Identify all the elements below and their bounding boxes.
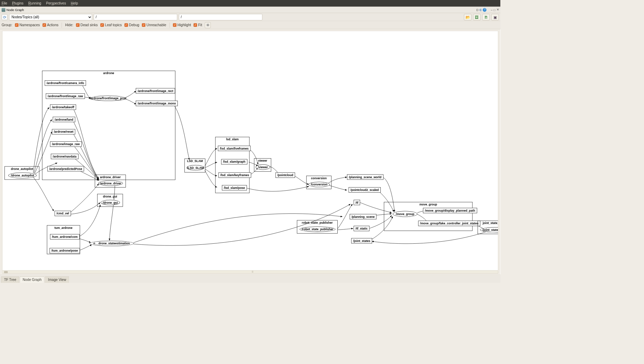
node-filter-input[interactable] (94, 14, 177, 20)
titlebar: Node Graph D C ? – □ ✕ (0, 7, 500, 13)
zoom-icon-button[interactable]: ▦ (205, 22, 211, 28)
graph-canvas[interactable]: drone_autopilot /drone_autopilot ardrone… (2, 31, 498, 270)
tab-node-graph[interactable]: Node Graph (20, 276, 44, 283)
toolbar-row-1: ⟳ Nodes/Topics (all) 📂 🖼 🖹 ▣ (0, 13, 500, 21)
close-button[interactable]: ✕ (497, 8, 499, 11)
topic-ardrone-land[interactable]: /ardrone/land (53, 117, 75, 122)
help-icon[interactable]: ? (483, 8, 487, 12)
topic-lsd-graph[interactable]: /lsd_slam/graph (221, 159, 247, 165)
menu-plugins[interactable]: Plugins (12, 1, 23, 6)
topic-planning-scene[interactable]: /planning_scene (350, 214, 377, 220)
topic-pointcloud[interactable]: /pointcloud (276, 172, 295, 178)
chk-dead-sinks[interactable]: Dead sinks (76, 23, 98, 27)
topic-tf-static[interactable]: /tf_static (354, 226, 369, 231)
window-icon (2, 8, 6, 12)
open-button[interactable]: 📂 (464, 14, 472, 20)
topic-tum-ardrone-pose[interactable]: /tum_ardrone/pose (50, 248, 80, 254)
topic-ardrone-front-image-raw[interactable]: /ardrone/front/image_raw (46, 93, 85, 99)
image-save-icon: 🖼 (475, 15, 479, 19)
tab-bar: TF Tree Node Graph Image View (0, 274, 500, 283)
max-view-button[interactable]: ▣ (491, 14, 499, 20)
node-move-group[interactable]: /move_group (393, 211, 417, 217)
menubar: File Plugins Running Perspectives Help (0, 0, 500, 7)
topic-ardrone-reset[interactable]: /ardrone/reset (52, 129, 75, 135)
node-drone-autopilot[interactable]: /drone_autopilot (8, 172, 37, 178)
loop-icon[interactable]: C (480, 8, 482, 11)
topic-fake-controller-joint-states[interactable]: /move_group/fake_controller_joint_states (418, 221, 480, 226)
topic-tf[interactable]: /tf (354, 200, 360, 205)
group-move-group[interactable]: move_group (384, 202, 472, 231)
topic-ardrone-predictedPose[interactable]: /ardrone/predictedPose (48, 166, 84, 172)
chk-fit[interactable]: Fit (194, 23, 202, 27)
topic-lsd-pose[interactable]: /lsd_slam/pose (222, 185, 247, 191)
chk-unreachable[interactable]: Unreachable (142, 23, 166, 27)
topic-lsd-keyframes[interactable]: /lsd_slam/keyframes (218, 172, 251, 178)
topic-cmd-vel[interactable]: /cmd_vel (55, 211, 71, 216)
topic-ardrone-image-raw[interactable]: /ardrone/image_raw (50, 141, 82, 147)
save-dot-button[interactable]: 🖹 (482, 14, 490, 20)
graph-type-select[interactable]: Nodes/Topics (all) (9, 14, 92, 20)
expand-icon: ▣ (493, 15, 497, 19)
node-viewer[interactable]: /viewer (256, 164, 270, 170)
topic-ardrone-front-image-mono[interactable]: /ardrone/front/image_mono (136, 101, 178, 106)
topic-lsd-liveframes[interactable]: /lsd_slam/liveframes (218, 146, 251, 151)
topic-pointcloud2-scaled[interactable]: /pointcloud2_scaled (349, 187, 381, 193)
folder-open-icon: 📂 (466, 15, 470, 19)
save-image-button[interactable]: 🖼 (473, 14, 481, 20)
scrollbar-grip-icon: ⠿ (8, 271, 498, 274)
node-drone-stateestimation[interactable]: n__drone_stateestimation (90, 241, 134, 246)
topic-tum-ardrone-com[interactable]: /tum_ardrone/com (50, 234, 79, 240)
menu-file[interactable]: File (2, 1, 7, 6)
topic-ardrone-navdata[interactable]: /ardrone/navdata (51, 154, 79, 159)
menu-running[interactable]: Running (28, 1, 41, 6)
minimize-button[interactable]: – (491, 8, 492, 11)
node-robot-state-publisher[interactable]: /robot_state_publisher (299, 226, 335, 232)
tab-tf-tree[interactable]: TF Tree (1, 276, 19, 283)
chk-namespaces[interactable]: Namespaces (15, 23, 40, 27)
node-ardrone-driver[interactable]: /ardrone_driver (98, 181, 123, 186)
document-save-icon: 🖹 (484, 15, 488, 19)
chk-leaf-topics[interactable]: Leaf topics (100, 23, 122, 27)
node-conversion[interactable]: /conversion (308, 182, 330, 188)
menu-perspectives[interactable]: Perspectives (46, 1, 66, 6)
maximize-button[interactable]: □ (493, 8, 495, 11)
topic-planning-scene-world[interactable]: /planning_scene_world (347, 174, 383, 180)
menu-help[interactable]: Help (71, 1, 78, 6)
group-ardrone[interactable]: ardrone (42, 71, 175, 180)
group-lsd-slam-topics[interactable]: lsd_slam (215, 137, 249, 193)
picture-icon: ▦ (206, 23, 209, 27)
chk-actions[interactable]: Actions (42, 23, 58, 27)
chk-highlight[interactable]: Highlight (173, 23, 191, 27)
scrollbar-thumb[interactable] (4, 271, 8, 273)
node-drone-gui[interactable]: /drone_gui (101, 200, 120, 205)
reload-button[interactable]: ⟳ (2, 14, 8, 20)
node-lsd-slam[interactable]: /LSD_SLAM (187, 165, 204, 171)
tab-image-view[interactable]: Image View (45, 276, 69, 283)
topic-joint-states[interactable]: /joint_states (351, 238, 372, 244)
d-icon[interactable]: D (477, 8, 479, 11)
topic-filter-input[interactable] (179, 14, 262, 20)
chk-debug[interactable]: Debug (124, 23, 139, 27)
group-label: Group: (2, 23, 12, 27)
hide-label: Hide: (65, 23, 73, 27)
topic-display-planned-path[interactable]: /move_group/display_planned_path (423, 208, 477, 213)
graph-area: drone_autopilot /drone_autopilot ardrone… (0, 29, 500, 274)
topic-ardrone-takeoff[interactable]: /ardrone/takeoff (50, 104, 76, 110)
node-ardrone-front-image-proc[interactable]: /ardrone/front/image_proc (90, 95, 126, 101)
horizontal-scrollbar[interactable]: ⠿ (2, 271, 498, 274)
topic-ardrone-front-camera-info[interactable]: /ardrone/front/camera_info (45, 80, 86, 86)
topic-ardrone-front-image-rect[interactable]: /ardrone/front/image_rect (136, 88, 175, 94)
window-title: Node Graph (7, 8, 24, 12)
toolbar-row-2: Group: Namespaces Actions Hide: Dead sin… (0, 21, 500, 29)
